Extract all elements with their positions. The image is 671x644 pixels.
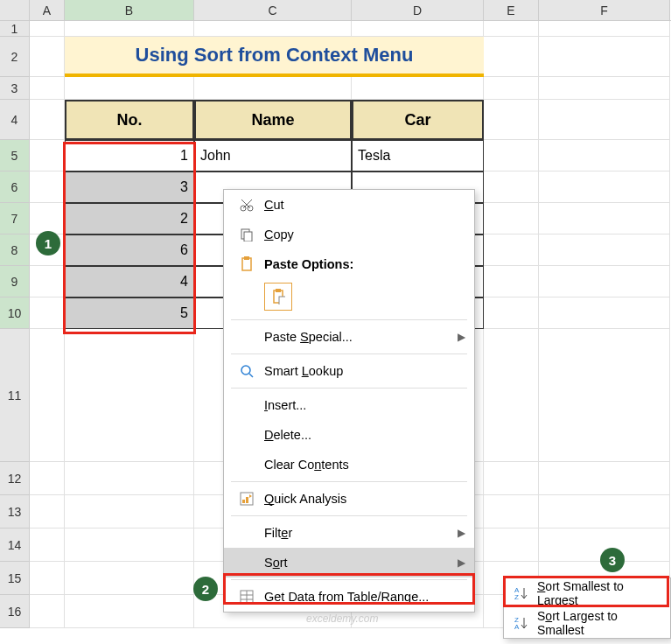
select-all-corner[interactable] <box>0 0 30 20</box>
paste-default-icon[interactable] <box>264 283 292 311</box>
svg-rect-3 <box>244 232 252 242</box>
menu-smart-lookup[interactable]: Smart Lookup <box>224 356 474 386</box>
clipboard-icon <box>234 256 259 272</box>
table-header-car: Car <box>352 100 484 140</box>
search-icon <box>234 364 259 378</box>
menu-insert[interactable]: Insert... <box>224 390 474 420</box>
menu-copy[interactable]: Copy <box>224 220 474 249</box>
row-header-3[interactable]: 3 <box>0 77 30 100</box>
svg-text:Z: Z <box>514 593 519 600</box>
col-header-d[interactable]: D <box>352 0 484 20</box>
sort-desc-icon: ZA <box>511 616 532 630</box>
menu-clear-contents[interactable]: Clear Contents <box>224 450 474 480</box>
col-header-f[interactable]: F <box>539 0 670 20</box>
svg-rect-5 <box>244 256 249 260</box>
sort-submenu: AZSort Smallest to Largest ZASort Larges… <box>503 578 671 639</box>
svg-rect-8 <box>279 297 285 304</box>
row-header-5[interactable]: 5 <box>0 140 30 172</box>
col-header-b[interactable]: B <box>65 0 194 20</box>
row-header-7[interactable]: 7 <box>0 203 30 234</box>
cell-b10[interactable]: 5 <box>65 298 194 329</box>
paste-option-row <box>224 279 474 318</box>
row-header-14[interactable]: 14 <box>0 528 30 562</box>
sort-descending[interactable]: ZASort Largest to Smallest <box>504 608 670 638</box>
menu-filter[interactable]: Filter▶ <box>224 518 474 548</box>
table-header-no: No. <box>65 100 194 140</box>
badge-3: 3 <box>600 548 625 572</box>
col-header-e[interactable]: E <box>484 0 539 20</box>
row-header-16[interactable]: 16 <box>0 595 30 628</box>
col-header-a[interactable]: A <box>30 0 65 20</box>
svg-rect-4 <box>242 258 251 270</box>
menu-sort[interactable]: Sort▶ <box>224 548 474 578</box>
row-header-15[interactable]: 15 <box>0 562 30 595</box>
cut-icon <box>234 198 259 212</box>
col-header-c[interactable]: C <box>194 0 352 20</box>
sort-ascending[interactable]: AZSort Smallest to Largest <box>504 578 670 608</box>
chevron-right-icon: ▶ <box>458 331 465 343</box>
menu-cut[interactable]: CCutut <box>224 190 474 220</box>
quick-analysis-icon <box>234 492 259 506</box>
svg-rect-12 <box>242 500 245 503</box>
svg-line-10 <box>249 374 253 377</box>
row-header-8[interactable]: 8 <box>0 234 30 266</box>
sort-asc-icon: AZ <box>511 586 532 600</box>
row-header-13[interactable]: 13 <box>0 495 30 528</box>
svg-text:A: A <box>514 623 520 630</box>
column-headers: A B C D E F <box>0 0 671 21</box>
context-menu: CCutut Copy Paste Options: Paste Special… <box>223 189 475 612</box>
row-header-9[interactable]: 9 <box>0 266 30 298</box>
menu-delete[interactable]: Delete... <box>224 420 474 450</box>
badge-2: 2 <box>193 577 218 601</box>
menu-get-data[interactable]: Get Data from Table/Range... <box>224 582 474 612</box>
menu-quick-analysis[interactable]: Quick Analysis <box>224 484 474 514</box>
cell-d5[interactable]: Tesla <box>352 140 484 172</box>
svg-point-9 <box>241 366 250 374</box>
chevron-right-icon: ▶ <box>458 556 465 569</box>
row-header-6[interactable]: 6 <box>0 172 30 203</box>
row-header-11[interactable]: 11 <box>0 329 30 462</box>
row-header-10[interactable]: 10 <box>0 298 30 329</box>
svg-rect-7 <box>276 289 281 292</box>
cell-b6[interactable]: 3 <box>65 172 194 203</box>
menu-paste-options: Paste Options: <box>224 249 474 279</box>
page-title: Using Sort from Context Menu <box>65 37 484 77</box>
row-header-4[interactable]: 4 <box>0 100 30 140</box>
badge-1: 1 <box>36 231 60 256</box>
svg-rect-13 <box>246 497 248 503</box>
copy-icon <box>234 228 259 242</box>
table-icon <box>234 590 259 604</box>
cell-b9[interactable]: 4 <box>65 266 194 298</box>
cell-b8[interactable]: 6 <box>65 234 194 266</box>
row-header-2[interactable]: 2 <box>0 37 30 77</box>
row-header-1[interactable]: 1 <box>0 21 30 37</box>
watermark: exceldemy.com <box>306 612 378 625</box>
row-header-12[interactable]: 12 <box>0 462 30 495</box>
cell-c5[interactable]: John <box>194 140 352 172</box>
chevron-right-icon: ▶ <box>458 527 465 539</box>
cell-b5[interactable]: 1 <box>65 140 194 172</box>
cell-b7[interactable]: 2 <box>65 203 194 234</box>
menu-paste-special[interactable]: Paste Special...▶ <box>224 322 474 352</box>
table-header-name: Name <box>194 100 352 140</box>
